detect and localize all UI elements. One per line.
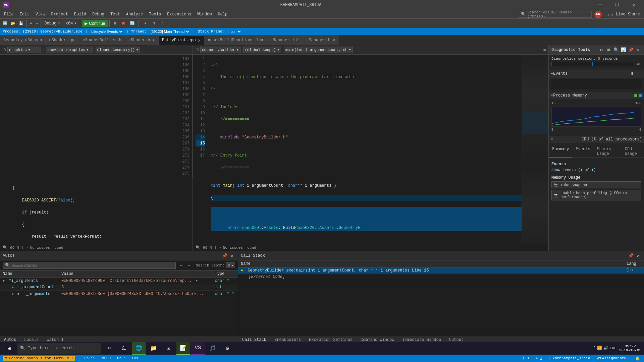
- autos-pin-icon[interactable]: 📌: [222, 253, 228, 259]
- memory-header[interactable]: ▾ Process Memory: [549, 92, 644, 99]
- diag-close-icon[interactable]: ✕: [635, 47, 641, 53]
- branch-status[interactable]: ⑁ kambhampati_srija: [548, 356, 592, 360]
- tab-entrypoint-cpp[interactable]: EntryPoint.cpp ✕: [159, 35, 204, 45]
- step-into-icon[interactable]: ↴: [151, 20, 157, 27]
- search-bar-taskbar[interactable]: 🔍 Type here to search: [17, 343, 101, 354]
- search-back-icon[interactable]: ←: [178, 262, 184, 268]
- diag-chart-icon[interactable]: 📊: [621, 47, 627, 53]
- left-editor-content[interactable]: 193194195196197 198199200201202 20320420…: [0, 55, 193, 244]
- tab-entrypoint-close[interactable]: ✕: [198, 38, 201, 43]
- pause-events-icon[interactable]: ⏸: [629, 71, 635, 77]
- events-filter-icon[interactable]: |: [636, 71, 642, 77]
- call-stack-item-1[interactable]: ● GeometryBuilder.exe!main(int i_argumen…: [238, 267, 644, 274]
- user-avatar[interactable]: SK: [594, 11, 602, 18]
- toolbar-redo[interactable]: ↪: [34, 20, 39, 26]
- diag-tab-memory[interactable]: Memory Usage: [594, 145, 622, 158]
- menu-extensions[interactable]: Extensions: [164, 11, 194, 17]
- tab-cshader-cpp[interactable]: cShader.cpp: [46, 35, 79, 45]
- step-over-icon[interactable]: ↷: [142, 20, 149, 27]
- ch-status[interactable]: Ch 1: [116, 356, 127, 360]
- close-button[interactable]: ✕: [626, 0, 641, 10]
- take-snapshot-btn[interactable]: 📷 Take Snapshot: [551, 181, 641, 188]
- windows-start-btn[interactable]: ⊞: [3, 342, 16, 355]
- tab-assetbuild[interactable]: AssetBuildFunctions.lua: [204, 35, 267, 45]
- expand-icon[interactable]: ⊞: [543, 48, 546, 52]
- tab-cshader-h[interactable]: cShader.h ▾: [125, 35, 159, 45]
- vs-taskbar-btn[interactable]: VS: [191, 342, 205, 355]
- menu-build[interactable]: Build: [71, 11, 89, 17]
- lifecycle-dropdown[interactable]: Lifecycle Events: [90, 29, 123, 34]
- expand-toggle[interactable]: ▶: [3, 279, 5, 283]
- diag-pin-icon[interactable]: 📌: [628, 47, 634, 53]
- call-stack-item-2[interactable]: [External Code]: [238, 274, 644, 280]
- left-code-content[interactable]: { EAE6320_ASSERT(false); if (result) { r…: [0, 178, 193, 244]
- autos-close-icon[interactable]: ✕: [229, 253, 235, 259]
- table-row[interactable]: ● ▶ i_arguments 0x00000248c83fc8e0 {0x00…: [0, 291, 238, 297]
- tab-cshader-h-close[interactable]: ▾: [152, 37, 155, 43]
- settings-btn[interactable]: ⚙: [221, 342, 234, 355]
- callstack-pin-icon[interactable]: 📌: [628, 253, 634, 259]
- menu-window[interactable]: Window: [195, 11, 214, 17]
- platform-dropdown[interactable]: x64 ▾: [64, 20, 78, 27]
- toolbar-open[interactable]: 📂: [9, 20, 17, 26]
- tray-arrow-icon[interactable]: ^: [593, 346, 596, 351]
- ins-status[interactable]: INS: [130, 356, 139, 360]
- vs-search-bar[interactable]: 🔍 Search Visual Studio (Ctrl+Q): [518, 11, 592, 18]
- toolbar-new[interactable]: 🆕: [1, 20, 9, 26]
- right-dropdown3[interactable]: main(int i_argumentCount, ch ▾: [284, 47, 353, 53]
- menu-test[interactable]: Test: [108, 11, 123, 17]
- menu-help[interactable]: Help: [215, 11, 230, 17]
- menu-project[interactable]: Project: [48, 11, 70, 17]
- loading-status[interactable]: ⟳ Loading symbols for imm32.dll: [3, 356, 75, 361]
- call-stack-content[interactable]: Name Lang ● GeometryBuilder.exe!main(int…: [238, 260, 644, 336]
- notification-icon[interactable]: 🔔: [634, 356, 641, 361]
- table-row[interactable]: ● i_argumentCount 3 int: [0, 284, 238, 291]
- tab-geometry-d3d[interactable]: Geometry.d3d.cpp: [0, 35, 46, 45]
- heap-profiling-btn[interactable]: 📷 Enable heap profiling (affects perform…: [551, 190, 641, 200]
- col-status[interactable]: Col 1: [99, 356, 113, 360]
- assignment-status[interactable]: 🏷 Assignment06: [596, 356, 630, 361]
- dropdown-icon[interactable]: ▾: [196, 279, 198, 283]
- table-row[interactable]: ▶ *i_arguments 0x00000248c83fc900 "C:\Us…: [0, 278, 238, 284]
- diag-tab-cpu[interactable]: CPU Usage: [622, 145, 644, 158]
- menu-debug[interactable]: Debug: [90, 11, 107, 17]
- maximize-button[interactable]: □: [609, 0, 625, 10]
- pause-icon[interactable]: ⏸: [111, 20, 118, 27]
- events-header[interactable]: ▾ Events ⏸ |: [549, 70, 644, 78]
- tab-cmanager-h[interactable]: cManager.h ✕: [303, 35, 339, 45]
- task-view-btn[interactable]: ⊡: [103, 342, 116, 355]
- autos-search-box[interactable]: 🔍: [3, 262, 176, 269]
- diag-filter-icon[interactable]: ⊞: [606, 47, 612, 53]
- menu-view[interactable]: View: [33, 11, 48, 17]
- right-editor-scroll[interactable]: 12345 678910 111213 14 15 1617 ⊟/* The m…: [193, 55, 548, 244]
- continue-button[interactable]: ▶ Continue: [82, 20, 108, 27]
- menu-tools[interactable]: Tools: [146, 11, 164, 17]
- music-btn[interactable]: 🎵: [206, 342, 219, 355]
- restart-icon[interactable]: 🔄: [129, 20, 136, 27]
- show-events-link[interactable]: Show Events (1 of 1): [551, 168, 641, 172]
- chrome-btn[interactable]: 🌐: [132, 342, 146, 355]
- diag-tab-events[interactable]: Events: [572, 145, 593, 158]
- clock[interactable]: 05:22 2019-10-03: [619, 344, 641, 352]
- right-dropdown2[interactable]: (Global Scope) ▾: [243, 47, 281, 53]
- autos-table[interactable]: Name Value Type ▶ *i_arguments 0x0000024…: [0, 270, 238, 336]
- toolbar-undo[interactable]: ↩: [29, 20, 34, 26]
- diag-tab-summary[interactable]: Summary: [549, 145, 572, 158]
- stop-icon[interactable]: ⏹: [120, 20, 127, 27]
- menu-edit[interactable]: Edit: [17, 11, 32, 17]
- minimize-button[interactable]: ─: [592, 0, 608, 10]
- diag-settings-icon[interactable]: ⚙: [598, 47, 604, 53]
- file-explorer-btn[interactable]: 📁: [147, 342, 160, 355]
- toolbar-save[interactable]: 💾: [17, 20, 25, 26]
- thread-dropdown[interactable]: [39120] Main Thread: [149, 29, 190, 34]
- line-status[interactable]: Ln 15: [83, 356, 97, 360]
- menu-file[interactable]: File: [1, 11, 16, 17]
- pencil-status[interactable]: ✎ 1: [534, 356, 544, 361]
- menu-analyze[interactable]: Analyze: [123, 11, 146, 17]
- search-depth-value[interactable]: 3 ▾: [226, 262, 235, 268]
- tab-cmanager-close[interactable]: ✕: [332, 37, 335, 43]
- callstack-close-icon[interactable]: ✕: [635, 253, 641, 259]
- autos-search-input[interactable]: [11, 263, 52, 267]
- step-out-icon[interactable]: ↑: [159, 20, 166, 27]
- tab-cshaderbuilder-h[interactable]: cShaderBuilder.h: [79, 35, 125, 45]
